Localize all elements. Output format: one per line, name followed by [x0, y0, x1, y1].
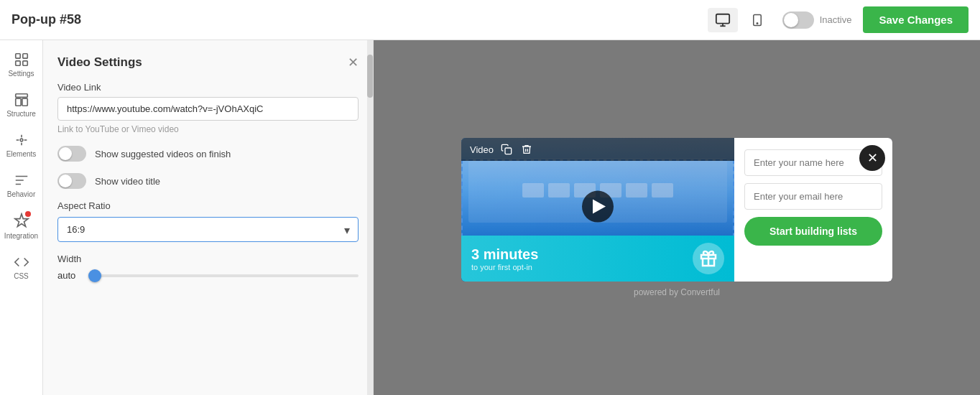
- width-slider-track[interactable]: [89, 274, 359, 277]
- top-bar-right: Inactive Save Changes: [708, 6, 969, 33]
- top-bar: Pop-up #58 Inactive Save Changes: [0, 0, 980, 40]
- svg-rect-17: [505, 148, 512, 154]
- show-suggested-row: Show suggested videos on finish: [57, 146, 359, 162]
- svg-rect-7: [15, 61, 19, 65]
- video-toolbar-label: Video: [470, 144, 494, 155]
- video-link-helper: Link to YouTube or Vimeo video: [57, 124, 359, 134]
- device-switcher: [708, 8, 771, 32]
- form-submit-button[interactable]: Start building lists: [744, 217, 882, 246]
- video-delete-button[interactable]: [519, 142, 534, 157]
- show-title-toggle[interactable]: [57, 173, 86, 189]
- sidebar-label-css: CSS: [14, 272, 29, 280]
- play-icon: [593, 200, 606, 214]
- sidebar-label-behavior: Behavior: [7, 190, 35, 198]
- form-email-input[interactable]: [744, 183, 882, 210]
- show-suggested-label: Show suggested videos on finish: [95, 149, 231, 159]
- sidebar-item-behavior[interactable]: Behavior: [0, 167, 42, 204]
- mobile-view-button[interactable]: [744, 8, 771, 32]
- sidebar-label-elements: Elements: [6, 150, 37, 158]
- video-link-field: Video Link Link to YouTube or Vimeo vide…: [57, 82, 359, 134]
- svg-rect-5: [15, 54, 19, 58]
- show-suggested-toggle[interactable]: [57, 146, 86, 162]
- svg-rect-10: [15, 98, 20, 106]
- svg-rect-9: [15, 94, 27, 98]
- overlay-icon: [693, 243, 724, 274]
- aspect-ratio-select-wrap: 16:9 4:3 1:1 ▾: [57, 217, 359, 242]
- video-play-button[interactable]: [582, 191, 614, 223]
- svg-point-12: [20, 139, 23, 141]
- slider-thumb[interactable]: [88, 269, 101, 282]
- panel-scrollbar[interactable]: [367, 40, 373, 395]
- width-slider-wrap: auto: [57, 270, 359, 281]
- powered-by: powered by Convertful: [461, 287, 892, 297]
- panel-header: Video Settings ✕: [43, 40, 373, 82]
- save-changes-button[interactable]: Save Changes: [863, 6, 969, 33]
- sidebar-label-integration: Integration: [4, 232, 38, 240]
- main-content: Settings Structure Elements Behavior: [0, 40, 980, 395]
- sidebar-item-structure[interactable]: Structure: [0, 86, 42, 124]
- sidebar-item-settings[interactable]: Settings: [0, 46, 42, 83]
- video-copy-button[interactable]: [499, 142, 514, 157]
- sidebar-item-integration[interactable]: Integration: [0, 207, 42, 246]
- toggle-thumb: [784, 13, 798, 27]
- aspect-ratio-select[interactable]: 16:9 4:3 1:1: [57, 217, 359, 242]
- show-title-row: Show video title: [57, 173, 359, 189]
- aspect-ratio-label: Aspect Ratio: [57, 200, 359, 211]
- popup-close-button[interactable]: ✕: [859, 145, 885, 171]
- width-label: Width: [57, 254, 359, 264]
- desktop-view-button[interactable]: [708, 8, 738, 32]
- overlay-text-wrap: 3 minutes to your first opt-in: [471, 246, 538, 271]
- panel-body: Video Link Link to YouTube or Vimeo vide…: [43, 82, 373, 295]
- popup-video-column: Video: [461, 138, 734, 282]
- show-title-label: Show video title: [95, 176, 160, 187]
- video-link-label: Video Link: [57, 82, 359, 93]
- integration-badge: [25, 211, 31, 217]
- width-field: Width auto: [57, 254, 359, 281]
- svg-rect-8: [22, 61, 27, 65]
- show-suggested-thumb: [59, 147, 72, 160]
- popup-container: Video: [461, 138, 892, 297]
- sidebar-label-structure: Structure: [6, 110, 36, 118]
- svg-rect-11: [22, 98, 27, 106]
- sidebar-item-css[interactable]: CSS: [0, 248, 42, 286]
- show-title-thumb: [59, 175, 72, 187]
- active-toggle-wrap: Inactive: [782, 11, 852, 29]
- svg-rect-0: [716, 14, 729, 23]
- video-overlay-bar: 3 minutes to your first opt-in: [461, 236, 734, 282]
- active-toggle[interactable]: [782, 11, 814, 29]
- overlay-big-text: 3 minutes: [471, 246, 538, 263]
- popup-widget: Video: [461, 138, 892, 282]
- scrollbar-thumb: [367, 55, 373, 98]
- width-value: auto: [57, 270, 83, 281]
- toggle-label: Inactive: [820, 14, 852, 25]
- sidebar-label-settings: Settings: [8, 70, 34, 78]
- video-link-input[interactable]: [57, 97, 359, 121]
- aspect-ratio-field: Aspect Ratio 16:9 4:3 1:1 ▾: [57, 200, 359, 242]
- panel-close-button[interactable]: ✕: [348, 55, 359, 70]
- overlay-small-text: to your first opt-in: [471, 263, 538, 271]
- popup-inner: Video: [461, 138, 892, 282]
- icon-sidebar: Settings Structure Elements Behavior: [0, 40, 43, 395]
- panel-title: Video Settings: [57, 55, 142, 70]
- sidebar-item-elements[interactable]: Elements: [0, 126, 42, 164]
- settings-panel: Video Settings ✕ Video Link Link to YouT…: [43, 40, 374, 395]
- svg-point-4: [757, 22, 758, 24]
- video-toolbar: Video: [461, 138, 734, 161]
- page-title: Pop-up #58: [11, 12, 81, 27]
- svg-rect-6: [22, 54, 27, 58]
- preview-area: Video: [374, 40, 980, 395]
